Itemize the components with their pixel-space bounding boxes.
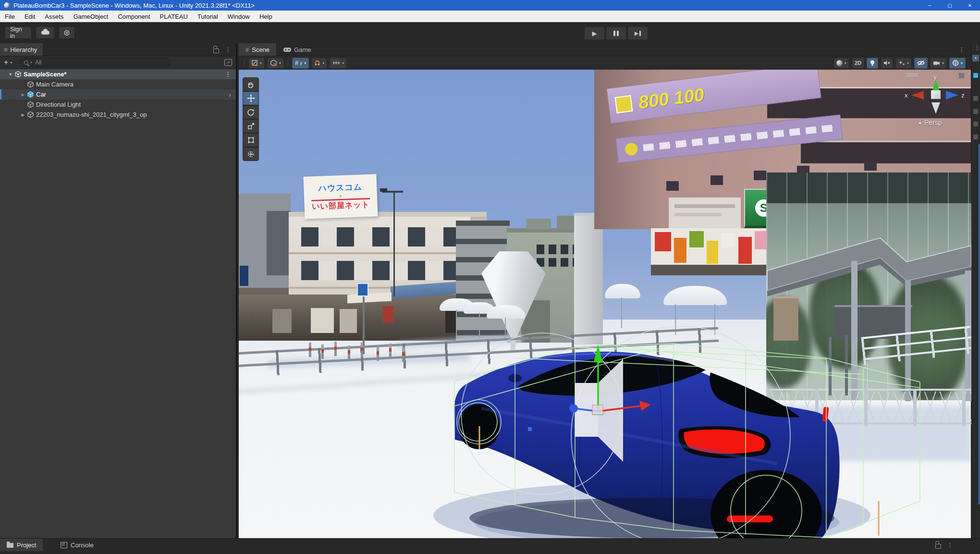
pan-tool-button[interactable] (243, 77, 259, 91)
bottom-lock-icon[interactable] (935, 544, 941, 549)
scene-panel-kebab-icon[interactable]: ⋮ (958, 46, 965, 53)
pause-button[interactable] (606, 26, 626, 40)
audio-toggle-button[interactable] (881, 58, 893, 69)
move-tool-button[interactable] (243, 91, 259, 105)
transform-tool-button[interactable] (243, 147, 259, 161)
grid-snapping-button[interactable]: # y ▾ (292, 58, 309, 69)
workspace: ≡ Hierarchy ⋮ + ▾ ▾ ↗ (0, 43, 980, 538)
strip-caret-button[interactable]: ▾ (972, 55, 979, 62)
gizmo-center-cube[interactable] (931, 90, 941, 99)
axis-z-cone[interactable] (946, 91, 958, 99)
tab-scene[interactable]: # Scene (239, 43, 277, 56)
hierarchy-search[interactable]: ▾ (20, 58, 170, 67)
gizmo-drag-handle[interactable] (906, 73, 918, 76)
play-button[interactable]: ▶ (584, 26, 605, 40)
2d-toggle-button[interactable]: 2D (852, 58, 864, 69)
scene-row[interactable]: ▼ SampleScene* ⋮ (0, 69, 236, 79)
scale-tool-button[interactable] (243, 119, 259, 133)
lock-icon[interactable] (213, 49, 219, 53)
scene-visibility-button[interactable] (914, 58, 928, 69)
shaded-sphere-icon (836, 60, 843, 66)
collapsed-right-strip: ⋮ ▾ (971, 43, 980, 538)
scene-picker-icon[interactable]: ↗ (224, 59, 232, 66)
projection-toggle[interactable]: ◄ Persp (917, 119, 942, 126)
hierarchy-item-main-camera[interactable]: Main Camera (0, 79, 236, 89)
strip-item[interactable] (973, 135, 978, 139)
add-object-caret-icon[interactable]: ▾ (10, 61, 12, 65)
draw-mode-button[interactable]: ▾ (833, 58, 849, 69)
audio-muted-icon (883, 60, 890, 66)
move-icon (247, 94, 255, 102)
pivot-rotation-button[interactable]: ▾ (267, 58, 284, 69)
menu-file[interactable]: File (0, 11, 20, 22)
gizmo-menu-icon[interactable] (958, 73, 965, 79)
add-object-button[interactable]: + (4, 58, 8, 67)
hierarchy-item-directional-light[interactable]: Directional Light (0, 99, 236, 110)
search-icon (24, 61, 28, 65)
tab-game[interactable]: Game (277, 43, 318, 56)
strip-item[interactable] (973, 122, 978, 126)
bollard (389, 344, 392, 358)
post (845, 335, 848, 395)
hierarchy-item-citygml[interactable]: ▶ 22203_numazu-shi_2021_citygml_3_op (0, 110, 236, 120)
cloud-button[interactable] (36, 26, 55, 39)
scene-icon (14, 71, 22, 78)
minimize-button[interactable]: ─ (919, 0, 940, 11)
strip-kebab-icon[interactable]: ⋮ (974, 44, 980, 51)
menu-window[interactable]: Window (223, 11, 255, 22)
scene-foldout-icon[interactable]: ▼ (8, 72, 13, 77)
axis-x-cone[interactable] (911, 91, 924, 99)
scene-viewport[interactable]: ハウスコム × いい部屋ネット (239, 70, 971, 538)
sign-in-button[interactable]: Sign in (5, 26, 32, 39)
maximize-button[interactable]: ▢ (940, 0, 960, 11)
close-button[interactable]: ✕ (960, 0, 980, 11)
rect-tool-button[interactable] (243, 133, 259, 147)
increment-snap-button[interactable]: ▾ (330, 58, 347, 69)
scene-panel: # Scene Game ⋮ ▾ (239, 43, 971, 538)
tab-project[interactable]: Project (0, 539, 43, 551)
menu-component[interactable]: Component (113, 11, 155, 22)
menu-edit[interactable]: Edit (20, 11, 40, 22)
strip-accent-line (979, 144, 980, 505)
rooftop-unit (557, 216, 575, 229)
search-input[interactable] (34, 59, 166, 66)
rotate-tool-button[interactable] (243, 105, 259, 119)
menu-help[interactable]: Help (255, 11, 277, 22)
hierarchy-menu-kebab-icon[interactable]: ⋮ (225, 46, 231, 53)
gameobject-cube-icon (27, 101, 34, 108)
hamburger-icon: ≡ (4, 46, 8, 53)
menu-gameobject[interactable]: GameObject (68, 11, 113, 22)
menu-plateau[interactable]: PLATEAU (155, 11, 193, 22)
folder-icon (7, 543, 13, 548)
prefab-cube-icon (27, 91, 34, 98)
axis-y-label: y (933, 74, 937, 81)
strip-item[interactable] (973, 96, 978, 101)
play-controls: ▶ ▶ (584, 26, 648, 40)
tool-settings-button[interactable]: ▾ (248, 58, 265, 69)
bollard (334, 342, 337, 356)
street-lamp-pole (393, 192, 395, 296)
lighting-toggle-button[interactable] (867, 58, 878, 69)
car-foldout-icon[interactable]: ▶ (20, 92, 26, 97)
tab-console[interactable]: Console (54, 539, 100, 551)
strip-highlight[interactable] (973, 73, 978, 78)
search-filter-caret-icon[interactable]: ▾ (30, 61, 32, 64)
services-button[interactable] (59, 26, 75, 39)
menu-assets[interactable]: Assets (40, 11, 68, 22)
axis-down-cone[interactable] (931, 102, 940, 114)
citygml-foldout-icon[interactable]: ▶ (20, 112, 26, 117)
scene-kebab-icon[interactable]: ⋮ (225, 71, 231, 78)
scene-camera-button[interactable]: ▾ (930, 58, 947, 69)
hierarchy-item-car[interactable]: ▶ Car › (0, 89, 236, 99)
menu-tutorial[interactable]: Tutorial (193, 11, 223, 22)
hierarchy-tab[interactable]: ≡ Hierarchy (0, 43, 43, 56)
overlay-drag-handle[interactable] (243, 72, 259, 77)
bottom-kebab-icon[interactable]: ⋮ (947, 542, 953, 549)
effects-button[interactable]: ▾ (895, 58, 912, 69)
gizmos-button[interactable]: ▾ (949, 58, 966, 69)
camera-icon (933, 61, 940, 66)
step-button[interactable]: ▶ (627, 26, 648, 40)
strip-item[interactable] (973, 109, 978, 114)
prefab-chevron-icon[interactable]: › (229, 90, 231, 98)
snap-button[interactable]: ▾ (311, 58, 327, 69)
